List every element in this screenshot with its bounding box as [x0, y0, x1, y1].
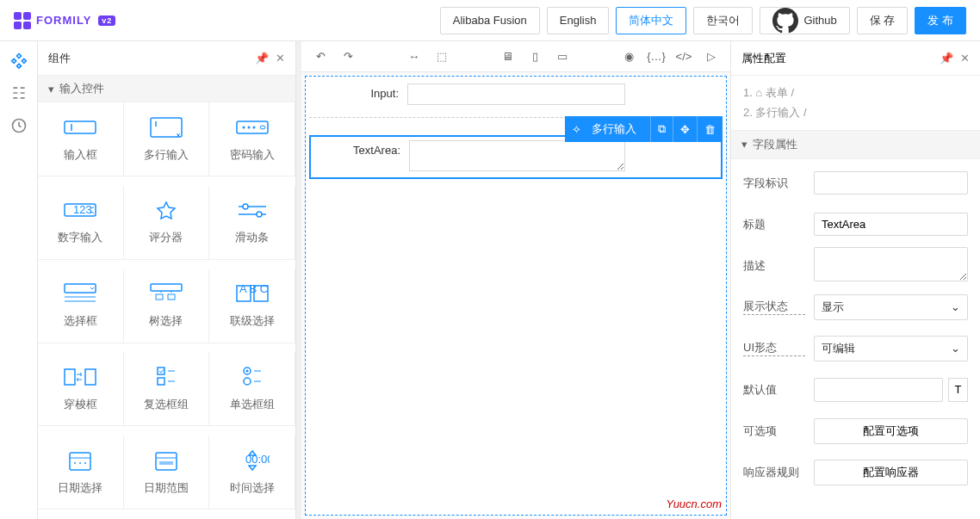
github-icon — [772, 8, 798, 34]
selection-icon[interactable]: ⬚ — [430, 46, 454, 68]
components-icon[interactable] — [10, 52, 28, 69]
label-default: 默认值 — [743, 382, 805, 398]
svg-point-9 — [260, 126, 265, 129]
comp-textarea[interactable]: 多行输入 — [124, 102, 210, 176]
svg-rect-20 — [156, 294, 163, 300]
comp-tree-select[interactable]: 树选择 — [124, 269, 210, 343]
svg-text:A B C: A B C — [239, 282, 268, 295]
section-field-props[interactable]: ▾ 字段属性 — [731, 130, 980, 159]
comp-slider[interactable]: 滑动条 — [209, 186, 295, 260]
lang-ko-button[interactable]: 한국어 — [693, 7, 753, 34]
input-widget[interactable]: Input: — [309, 80, 723, 118]
widget-move-icon[interactable]: ✥ — [673, 116, 698, 142]
close-icon[interactable]: ✕ — [960, 52, 970, 65]
save-button[interactable]: 保 存 — [857, 7, 909, 34]
svg-point-15 — [257, 212, 262, 217]
select-pattern[interactable]: 可编辑⌄ — [814, 336, 968, 361]
tablet-icon[interactable]: ▯ — [523, 46, 547, 68]
outline-icon[interactable] — [10, 84, 28, 102]
comp-time[interactable]: 00:00时间选择 — [209, 436, 295, 510]
type-icon[interactable]: T — [948, 378, 968, 402]
label-field-id: 字段标识 — [743, 176, 805, 191]
breadcrumb: 1. ⌂ 表单 / 2. 多行输入 / — [731, 76, 980, 130]
label-reactions: 响应器规则 — [743, 465, 805, 480]
components-header: 组件 📌 ✕ — [38, 41, 295, 76]
pin-icon[interactable]: 📌 — [255, 52, 269, 65]
comp-password[interactable]: 密码输入 — [209, 102, 295, 176]
brand-badge: v2 — [98, 15, 115, 26]
svg-rect-36 — [70, 453, 90, 470]
textarea-widget[interactable]: ✧ 多行输入 ⧉ ✥ 🗑 TextArea: — [309, 135, 723, 179]
watermark: Yuucn.com — [666, 497, 722, 510]
mobile-icon[interactable]: ▭ — [550, 46, 574, 68]
svg-rect-5 — [237, 121, 268, 133]
desktop-icon[interactable]: 🖥 — [495, 46, 519, 68]
crumb-field[interactable]: 2. 多行输入 / — [743, 106, 807, 119]
svg-point-40 — [84, 462, 86, 464]
widget-copy-icon[interactable]: ⧉ — [651, 116, 673, 142]
comp-cascader[interactable]: A B C联级选择 — [209, 269, 295, 343]
input-field-id[interactable] — [814, 171, 968, 195]
comp-date[interactable]: 日期选择 — [38, 436, 124, 510]
component-group[interactable]: ▾ 输入控件 — [38, 76, 295, 102]
comp-radio[interactable]: 单选框组 — [209, 352, 295, 426]
config-enum-button[interactable]: 配置可选项 — [814, 418, 968, 444]
crumb-form[interactable]: 1. ⌂ 表单 / — [743, 86, 794, 99]
svg-rect-19 — [151, 284, 182, 291]
label-desc: 描述 — [743, 258, 805, 274]
brand-text: FORMILY — [36, 14, 91, 27]
canvas-toolbar: ↶ ↷ ↔ ⬚ 🖥 ▯ ▭ ◉ {…} </> ▷ — [301, 41, 730, 72]
input-title[interactable] — [814, 213, 968, 236]
comp-daterange[interactable]: 日期范围 — [124, 436, 210, 510]
app-header: FORMILY v2 Alibaba Fusion English 简体中文 한… — [0, 0, 980, 41]
fusion-button[interactable]: Alibaba Fusion — [440, 7, 540, 34]
widget-delete-icon[interactable]: 🗑 — [698, 116, 723, 142]
components-grid: 输入框 多行输入 密码输入 123数字输入 评分器 滑动条 选择框 树选择 A … — [38, 102, 295, 519]
chevron-down-icon: ▾ — [48, 83, 54, 96]
history-icon[interactable] — [10, 117, 28, 134]
input-label: Input: — [309, 80, 404, 117]
lang-zh-button[interactable]: 简体中文 — [616, 7, 686, 34]
config-reactions-button[interactable]: 配置响应器 — [814, 460, 968, 485]
lang-english-button[interactable]: English — [547, 7, 610, 34]
input-desc[interactable] — [814, 247, 968, 281]
label-enum: 可选项 — [743, 423, 805, 439]
chevron-down-icon: ⌄ — [951, 300, 960, 313]
json-icon[interactable]: {…} — [644, 46, 668, 68]
close-icon[interactable]: ✕ — [276, 52, 285, 65]
label-title: 标题 — [743, 217, 805, 232]
svg-point-6 — [242, 126, 245, 128]
github-button[interactable]: Github — [760, 7, 849, 34]
properties-panel: 属性配置 📌 ✕ 1. ⌂ 表单 / 2. 多行输入 / ▾ 字段属性 字段标识… — [730, 41, 980, 519]
svg-point-8 — [252, 126, 255, 128]
comp-checkbox[interactable]: 复选框组 — [124, 352, 210, 426]
textarea-field[interactable] — [409, 140, 625, 171]
comp-rate[interactable]: 评分器 — [124, 186, 210, 260]
comp-number[interactable]: 123数字输入 — [38, 186, 124, 260]
svg-text:123: 123 — [73, 203, 92, 216]
logo: FORMILY v2 — [14, 12, 115, 29]
label-display: 展示状态 — [743, 299, 805, 315]
input-default[interactable] — [814, 378, 943, 402]
form-canvas[interactable]: Input: ✧ 多行输入 ⧉ ✥ 🗑 TextArea: — [305, 76, 727, 516]
play-icon[interactable]: ▷ — [699, 46, 723, 68]
pin-icon[interactable]: 📌 — [940, 52, 953, 65]
widget-name-tag[interactable]: ✧ 多行输入 — [565, 116, 651, 142]
redo-icon[interactable]: ↷ — [336, 46, 360, 68]
svg-rect-21 — [168, 294, 175, 300]
undo-icon[interactable]: ↶ — [308, 46, 332, 68]
properties-body: 字段标识 标题 描述 展示状态显示⌄ UI形态可编辑⌄ 默认值T 可选项配置可选… — [731, 159, 980, 519]
chevron-down-icon: ▾ — [741, 138, 747, 151]
view-icon[interactable]: ◉ — [617, 46, 641, 68]
select-display[interactable]: 显示⌄ — [814, 294, 968, 320]
comp-input[interactable]: 输入框 — [38, 102, 124, 176]
comp-select[interactable]: 选择框 — [38, 269, 124, 343]
code-icon[interactable]: </> — [672, 46, 696, 68]
svg-rect-28 — [158, 378, 164, 385]
svg-point-39 — [79, 462, 81, 464]
comp-transfer[interactable]: 穿梭框 — [38, 352, 124, 426]
cursor-icon[interactable]: ↔ — [402, 46, 426, 68]
publish-button[interactable]: 发 布 — [915, 7, 966, 34]
input-field[interactable] — [407, 83, 625, 105]
svg-point-32 — [245, 369, 248, 372]
